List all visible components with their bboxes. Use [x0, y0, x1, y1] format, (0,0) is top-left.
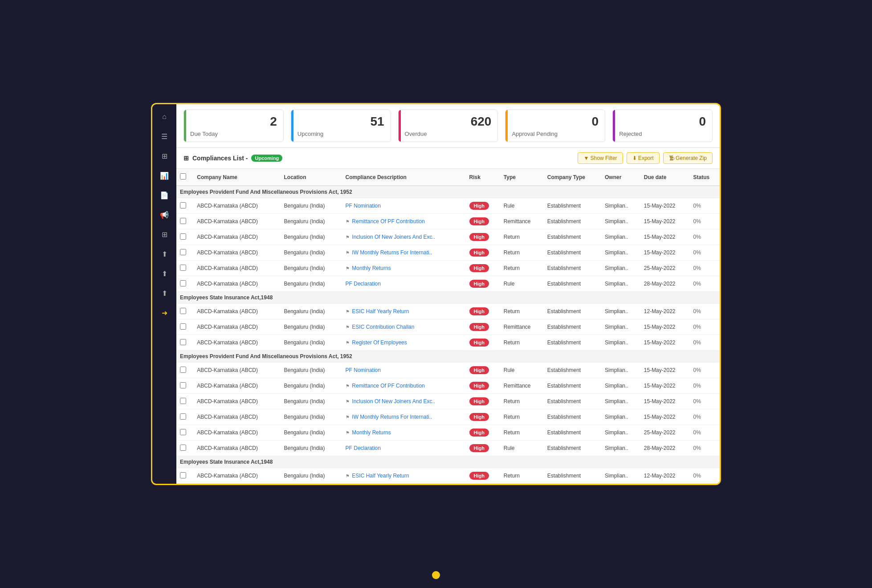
- stat-due-today: 2 Due Today: [183, 110, 284, 142]
- location-cell: Bengaluru (India): [280, 394, 342, 409]
- due-date-cell: 12-May-2022: [640, 304, 690, 319]
- location-cell: Bengaluru (India): [280, 229, 342, 245]
- row-checkbox[interactable]: [180, 265, 186, 271]
- compliance-desc-cell[interactable]: ⚑ Monthly Returns: [342, 425, 466, 441]
- row-checkbox[interactable]: [180, 323, 186, 330]
- row-checkbox[interactable]: [180, 339, 186, 345]
- apps-icon[interactable]: ⊞: [156, 226, 172, 242]
- compliance-desc-cell[interactable]: ⚑ Remittance Of PF Contribution: [342, 378, 466, 394]
- type-cell: Remittance: [500, 214, 544, 229]
- compliance-desc-link[interactable]: ⚑ Monthly Returns: [346, 429, 391, 436]
- compliance-desc-link[interactable]: ⚑ ESIC Half Yearly Return: [346, 473, 409, 479]
- compliance-desc-link[interactable]: ⚑ ESIC Contribution Challan: [346, 324, 415, 330]
- company-name-cell: ABCD-Karnataka (ABCD): [193, 409, 280, 425]
- table-row: ABCD-Karnataka (ABCD)Bengaluru (India)⚑ …: [176, 304, 720, 319]
- row-checkbox[interactable]: [180, 382, 186, 388]
- company-type-cell: Establishment: [544, 335, 601, 351]
- row-checkbox[interactable]: [180, 429, 186, 435]
- compliance-desc-link[interactable]: ⚑ IW Monthly Returns For Internati..: [346, 249, 432, 256]
- row-checkbox[interactable]: [180, 233, 186, 240]
- chart-icon[interactable]: 📊: [156, 167, 172, 184]
- document-icon[interactable]: 📄: [156, 187, 172, 203]
- compliance-desc-link[interactable]: PF Nomination: [346, 367, 381, 373]
- compliance-desc-link[interactable]: PF Nomination: [346, 203, 381, 209]
- owner-cell: Simplian..: [601, 214, 640, 229]
- show-filter-button[interactable]: ▼ Show Filter: [578, 152, 623, 164]
- compliance-desc-link[interactable]: PF Declaration: [346, 445, 381, 451]
- row-checkbox[interactable]: [180, 280, 186, 286]
- table-group-header: Employees State Insurance Act,1948: [176, 456, 720, 468]
- col-company-type: Company Type: [544, 169, 601, 186]
- compliance-desc-cell[interactable]: ⚑ ESIC Contribution Challan: [342, 319, 466, 335]
- row-checkbox[interactable]: [180, 472, 186, 478]
- sidebar: ⌂ ☰ ⊞ 📊 📄 📢 ⊞ ⬆ ⬆ ⬆ ➜: [152, 104, 176, 484]
- company-name-cell: ABCD-Karnataka (ABCD): [193, 378, 280, 394]
- compliance-desc-cell[interactable]: ⚑ Register Of Employees: [342, 335, 466, 351]
- company-type-cell: Establishment: [544, 441, 601, 456]
- list-icon[interactable]: ☰: [156, 128, 172, 144]
- select-all-checkbox[interactable]: [180, 173, 186, 180]
- upload3-icon[interactable]: ⬆: [156, 285, 172, 301]
- row-checkbox[interactable]: [180, 413, 186, 420]
- grid-icon[interactable]: ⊞: [156, 148, 172, 164]
- compliance-desc-cell[interactable]: PF Nomination: [342, 363, 466, 378]
- row-checkbox[interactable]: [180, 218, 186, 224]
- due-date-cell: 12-May-2022: [640, 468, 690, 484]
- row-checkbox[interactable]: [180, 398, 186, 404]
- company-type-cell: Establishment: [544, 245, 601, 261]
- location-cell: Bengaluru (India): [280, 468, 342, 484]
- compliance-desc-cell[interactable]: ⚑ IW Monthly Returns For Internati..: [342, 409, 466, 425]
- col-type: Type: [500, 169, 544, 186]
- compliance-desc-cell[interactable]: ⚑ Remittance Of PF Contribution: [342, 214, 466, 229]
- compliance-desc-link[interactable]: PF Declaration: [346, 281, 381, 287]
- risk-badge: High: [469, 264, 489, 272]
- location-cell: Bengaluru (India): [280, 409, 342, 425]
- company-type-cell: Establishment: [544, 304, 601, 319]
- company-name-cell: ABCD-Karnataka (ABCD): [193, 304, 280, 319]
- compliance-desc-link[interactable]: ⚑ Inclusion Of New Joiners And Exc..: [346, 234, 436, 240]
- compliance-desc-cell[interactable]: PF Declaration: [342, 441, 466, 456]
- company-type-cell: Establishment: [544, 198, 601, 214]
- arrow-icon[interactable]: ➜: [156, 305, 172, 321]
- upload2-icon[interactable]: ⬆: [156, 265, 172, 282]
- compliance-desc-cell[interactable]: ⚑ ESIC Half Yearly Return: [342, 304, 466, 319]
- overdue-label: Overdue: [405, 131, 492, 137]
- compliance-desc-link[interactable]: ⚑ Inclusion Of New Joiners And Exc..: [346, 398, 436, 404]
- row-checkbox[interactable]: [180, 367, 186, 373]
- compliance-desc-cell[interactable]: ⚑ Monthly Returns: [342, 261, 466, 276]
- compliance-desc-cell[interactable]: ⚑ Inclusion Of New Joiners And Exc..: [342, 229, 466, 245]
- col-checkbox: [176, 169, 193, 186]
- row-checkbox[interactable]: [180, 249, 186, 255]
- compliance-desc-cell[interactable]: PF Nomination: [342, 198, 466, 214]
- compliance-desc-link[interactable]: ⚑ Register Of Employees: [346, 339, 407, 346]
- compliance-desc-link[interactable]: ⚑ Remittance Of PF Contribution: [346, 218, 425, 225]
- risk-badge: High: [469, 323, 489, 331]
- row-checkbox[interactable]: [180, 445, 186, 451]
- compliance-desc-cell[interactable]: PF Declaration: [342, 276, 466, 292]
- overdue-value: 620: [405, 114, 492, 129]
- compliance-desc-link[interactable]: ⚑ Remittance Of PF Contribution: [346, 383, 425, 389]
- table-row: ABCD-Karnataka (ABCD)Bengaluru (India)PF…: [176, 363, 720, 378]
- company-name-cell: ABCD-Karnataka (ABCD): [193, 441, 280, 456]
- megaphone-icon[interactable]: 📢: [156, 207, 172, 223]
- table-container: Company Name Location Compliance Descrip…: [176, 169, 720, 484]
- home-icon[interactable]: ⌂: [156, 109, 172, 125]
- company-name-cell: ABCD-Karnataka (ABCD): [193, 425, 280, 441]
- upload1-icon[interactable]: ⬆: [156, 246, 172, 262]
- export-button[interactable]: ⬇ Export: [627, 152, 660, 164]
- compliance-desc-cell[interactable]: ⚑ ESIC Half Yearly Return: [342, 468, 466, 484]
- location-cell: Bengaluru (India): [280, 441, 342, 456]
- status-cell: 0%: [690, 378, 720, 394]
- upcoming-badge: Upcoming: [251, 155, 282, 162]
- risk-badge: High: [469, 233, 489, 241]
- compliance-desc-link[interactable]: ⚑ IW Monthly Returns For Internati..: [346, 414, 432, 420]
- row-checkbox[interactable]: [180, 308, 186, 314]
- compliance-desc-cell[interactable]: ⚑ Inclusion Of New Joiners And Exc..: [342, 394, 466, 409]
- generate-zip-button[interactable]: 🗜 Generate Zip: [663, 152, 713, 164]
- compliance-desc-cell[interactable]: ⚑ IW Monthly Returns For Internati..: [342, 245, 466, 261]
- compliance-desc-link[interactable]: ⚑ ESIC Half Yearly Return: [346, 308, 409, 314]
- risk-cell: High: [466, 441, 500, 456]
- compliance-desc-link[interactable]: ⚑ Monthly Returns: [346, 265, 391, 271]
- row-checkbox[interactable]: [180, 202, 186, 208]
- company-name-cell: ABCD-Karnataka (ABCD): [193, 335, 280, 351]
